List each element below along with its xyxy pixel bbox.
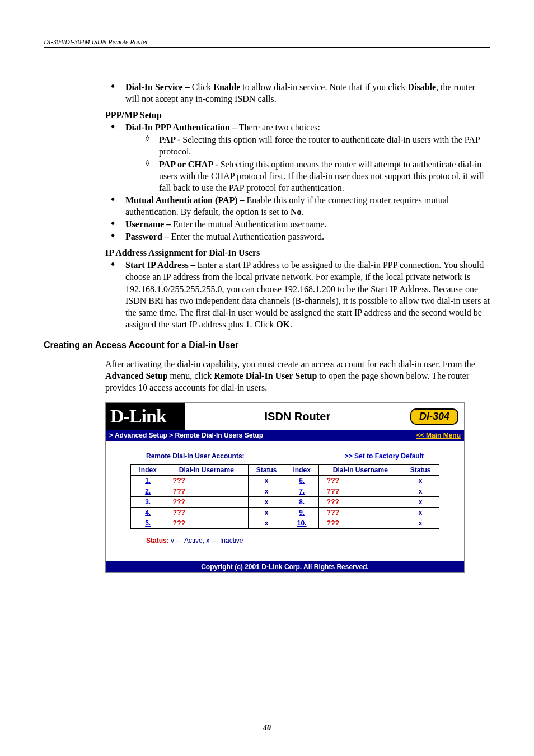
label: Dial-In Service – [125,82,192,92]
username-cell: ??? [318,476,402,486]
status-cell: x [402,497,439,508]
username-cell: ??? [318,518,402,529]
status-cell: x [248,508,285,518]
index-link[interactable]: 9. [299,509,305,516]
username-cell: ??? [165,518,248,529]
t1: After activating the dial-in capability,… [105,359,475,369]
th-index2: Index [285,465,318,476]
item-username: Username – Enter the mutual Authenticati… [105,218,490,230]
lbl: PAP or CHAP - [159,159,221,169]
table-row: 2.???x7.???x [131,486,439,497]
page-header: DI-304/DI-304M ISDN Remote Router [44,38,490,48]
content: Dial-In Service – Click Enable to allow … [105,81,490,330]
status-cell: x [402,486,439,497]
username-cell: ??? [318,508,402,518]
status-cell: x [402,476,439,486]
router-ui: D-Link ISDN Router DI-304 > Advanced Set… [105,402,465,573]
router-title: ISDN Router [185,403,410,430]
username-cell: ??? [165,486,248,497]
t2: menu, click [168,371,214,381]
index-link[interactable]: 10. [297,519,307,527]
txt: Enter a start IP address to be assigned … [125,260,490,329]
status-cell: x [402,518,439,529]
lbl: Start IP Address – [125,260,198,270]
th-username: Dial-in Username [165,465,248,476]
status-legend: Status: v --- Active, x --- Inactive [146,537,451,544]
status-cell: x [402,508,439,518]
remote: Remote Dial-In User Setup [214,371,317,381]
sub-pap: PAP - Selecting this option will force t… [125,134,490,157]
status-cell: x [248,497,285,508]
legend-rest: v --- Active, x --- Inactive [169,537,243,544]
legend-label: Status: [146,537,169,544]
item-startip: Start IP Address – Enter a start IP addr… [105,259,490,330]
heading-ip: IP Address Assignment for Dial-In Users [105,248,490,258]
router-header: D-Link ISDN Router DI-304 [106,403,464,430]
index-link[interactable]: 3. [145,498,151,506]
item-ppp-auth: Dial-In PPP Authentication – There are t… [105,121,490,194]
disable: Disable [407,82,436,92]
sub-pap-chap: PAP or CHAP - Selecting this option mean… [125,158,490,194]
p: . [290,320,292,329]
lbl: PAP - [159,135,182,144]
breadcrumb: > Advanced Setup > Remote Dial-In Users … [109,431,263,439]
heading-creating-account: Creating an Access Account for a Dial-in… [44,340,490,350]
status-cell: x [248,486,285,497]
username-cell: ??? [318,497,402,508]
rest: There are two choices: [239,123,320,132]
t2: to allow dial-in service. Note that if y… [240,82,407,92]
adv: Advanced Setup [105,371,168,381]
th-index: Index [131,465,165,476]
item-password: Password – Enter the mutual Authenticati… [105,231,490,242]
txt: Enter the mutual Authentication username… [173,219,326,229]
username-cell: ??? [165,497,248,508]
item-dialin-service: Dial-In Service – Click Enable to allow … [105,81,490,105]
intro-para: After activating the dial-in capability,… [105,358,490,393]
model-badge: DI-304 [410,408,458,425]
txt: Enter the mutual Authentication password… [171,232,324,241]
lbl: Password – [125,232,171,241]
no: No [291,207,302,217]
table-row: 5.???x10.???x [131,518,439,529]
accounts-table: Index Dial-in Username Status Index Dial… [130,464,439,529]
index-link[interactable]: 6. [299,477,305,485]
status-cell: x [248,476,285,486]
logo-text: D-Link [110,406,166,427]
router-copyright: Copyright (c) 2001 D-Link Corp. All Righ… [106,561,464,572]
txt: Selecting this option will force the rou… [159,135,480,156]
main-menu-link[interactable]: << Main Menu [416,431,461,439]
enable: Enable [213,82,240,92]
table-row: 3.???x8.???x [131,497,439,508]
username-cell: ??? [165,476,248,486]
dlink-logo: D-Link [106,406,185,427]
label: Dial-In PPP Authentication – [125,123,239,132]
table-row: 4.???x9.???x [131,508,439,518]
lbl: Username – [125,219,173,229]
lbl: Mutual Authentication (PAP) – [125,195,247,205]
heading-ppp: PPP/MP Setup [105,110,490,120]
table-row: 1.???x6.???x [131,476,439,486]
th-username2: Dial-in Username [318,465,402,476]
item-mutual: Mutual Authentication (PAP) – Enable thi… [105,194,490,218]
index-link[interactable]: 7. [299,487,305,495]
th-status2: Status [402,465,439,476]
username-cell: ??? [318,486,402,497]
factory-default-link[interactable]: >> Set to Factory Default [345,452,424,460]
p: . [302,207,304,217]
page-number: 40 [44,721,490,732]
breadcrumb-bar: > Advanced Setup > Remote Dial-In Users … [106,430,464,441]
ok: OK [276,320,290,329]
index-link[interactable]: 4. [145,509,151,516]
status-cell: x [248,518,285,529]
th-status: Status [248,465,285,476]
accounts-title: Remote Dial-In User Accounts: [146,452,245,460]
username-cell: ??? [165,508,248,518]
t: Click [192,82,214,92]
index-link[interactable]: 1. [145,477,151,485]
index-link[interactable]: 5. [145,519,151,527]
index-link[interactable]: 2. [145,487,151,495]
index-link[interactable]: 8. [299,498,305,506]
